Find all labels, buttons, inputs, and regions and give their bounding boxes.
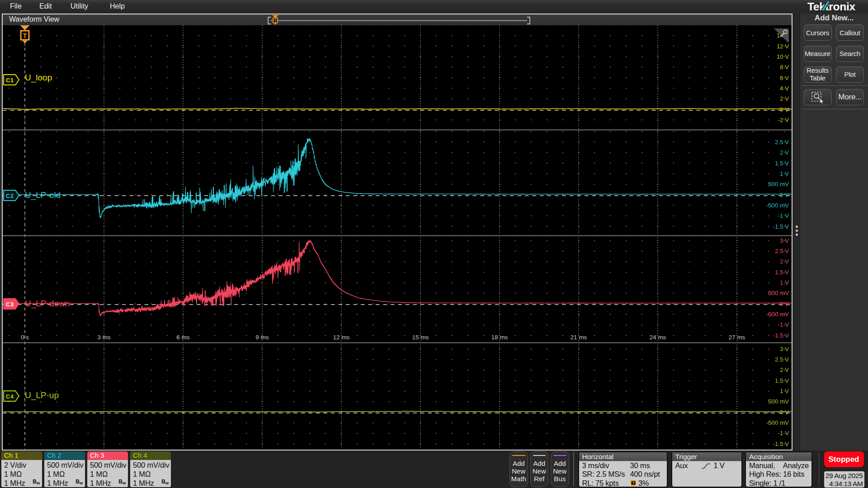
- svg-text:0 V: 0 V: [780, 300, 789, 307]
- svg-text:18 ms: 18 ms: [491, 334, 508, 341]
- svg-text:9 ms: 9 ms: [255, 334, 269, 341]
- svg-text:27 ms: 27 ms: [729, 334, 745, 341]
- svg-text:0 V: 0 V: [780, 192, 789, 198]
- svg-text:-500 mV: -500 mV: [766, 419, 789, 426]
- svg-text:0 V: 0 V: [780, 106, 789, 113]
- svg-text:2 V: 2 V: [780, 366, 789, 373]
- svg-text:500 mV: 500 mV: [768, 290, 789, 296]
- svg-text:0 V: 0 V: [780, 409, 789, 416]
- svg-text:2.5 V: 2.5 V: [775, 248, 789, 254]
- svg-text:C4: C4: [6, 394, 14, 400]
- svg-text:12 ms: 12 ms: [333, 334, 350, 341]
- svg-text:6 ms: 6 ms: [176, 334, 190, 341]
- svg-text:C2: C2: [6, 193, 14, 199]
- svg-text:-1 V: -1 V: [778, 212, 789, 219]
- svg-text:0 s: 0 s: [21, 334, 29, 341]
- svg-text:6 V: 6 V: [780, 75, 789, 81]
- svg-text:12 V: 12 V: [777, 43, 789, 50]
- svg-text:-1 V: -1 V: [778, 430, 789, 436]
- svg-text:2 V: 2 V: [780, 149, 789, 156]
- svg-text:500 mV: 500 mV: [768, 398, 789, 405]
- svg-text:3 ms: 3 ms: [97, 334, 111, 341]
- svg-text:T: T: [23, 32, 27, 39]
- svg-text:-500 mV: -500 mV: [766, 202, 789, 209]
- svg-text:1.5 V: 1.5 V: [775, 269, 789, 276]
- svg-text:10 V: 10 V: [777, 53, 789, 60]
- svg-text:-500 mV: -500 mV: [766, 311, 789, 318]
- svg-text:-1.5 V: -1.5 V: [773, 441, 789, 447]
- svg-text:U_LP-up: U_LP-up: [25, 390, 59, 400]
- svg-text:-1.5 V: -1.5 V: [773, 223, 789, 230]
- svg-text:U_loop: U_loop: [25, 73, 52, 83]
- svg-text:1 V: 1 V: [780, 279, 789, 286]
- svg-text:2 V: 2 V: [780, 258, 789, 265]
- svg-text:500 mV: 500 mV: [768, 181, 789, 188]
- svg-text:1 V: 1 V: [780, 170, 789, 177]
- svg-text:1.5 V: 1.5 V: [775, 377, 789, 384]
- svg-text:-1 V: -1 V: [778, 321, 789, 328]
- svg-text:8 V: 8 V: [780, 64, 789, 70]
- svg-text:-1.5 V: -1.5 V: [773, 332, 789, 339]
- svg-text:2.5 V: 2.5 V: [775, 139, 789, 145]
- svg-text:24 ms: 24 ms: [650, 334, 666, 341]
- svg-text:2 V: 2 V: [780, 95, 789, 102]
- svg-text:C1: C1: [6, 77, 14, 84]
- svg-text:U_LP-down: U_LP-down: [25, 299, 70, 309]
- svg-text:T: T: [274, 19, 277, 23]
- svg-text:15 ms: 15 ms: [412, 334, 429, 341]
- svg-text:3 V: 3 V: [780, 237, 789, 244]
- svg-text:2.5 V: 2.5 V: [775, 356, 789, 363]
- svg-text:-2 V: -2 V: [778, 117, 789, 123]
- svg-text:U_LP-old: U_LP-old: [25, 190, 61, 200]
- svg-text:Tektronix: Tektronix: [807, 0, 855, 13]
- svg-text:21 ms: 21 ms: [571, 334, 587, 341]
- svg-text:4 V: 4 V: [780, 85, 789, 92]
- svg-text:1.5 V: 1.5 V: [775, 160, 789, 167]
- svg-text:3 V: 3 V: [780, 346, 789, 352]
- svg-text:1 V: 1 V: [780, 388, 789, 394]
- svg-text:C3: C3: [6, 301, 14, 308]
